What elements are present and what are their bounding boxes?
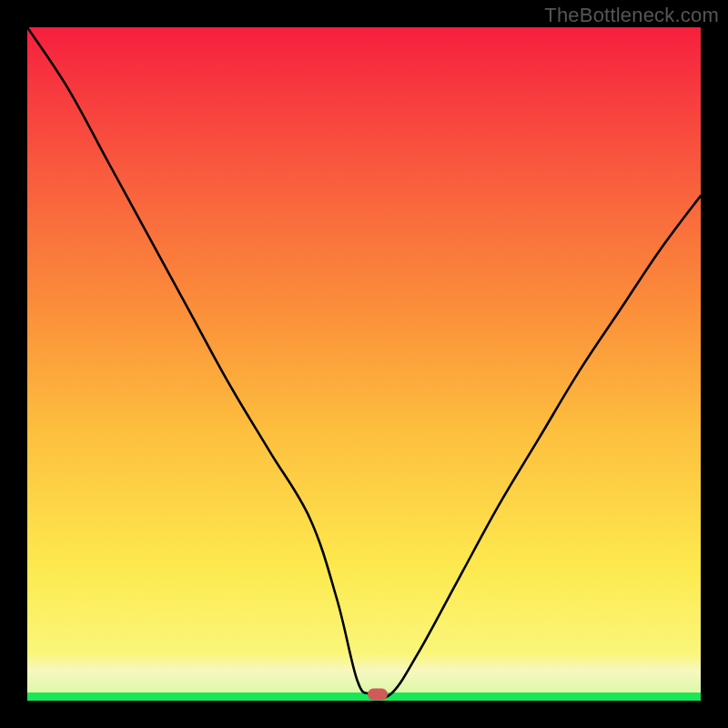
bottleneck-curve xyxy=(27,27,701,701)
optimal-marker xyxy=(368,688,388,700)
plot-area xyxy=(27,27,701,701)
watermark-text: TheBottleneck.com xyxy=(544,4,719,27)
chart-container: TheBottleneck.com xyxy=(0,0,728,728)
